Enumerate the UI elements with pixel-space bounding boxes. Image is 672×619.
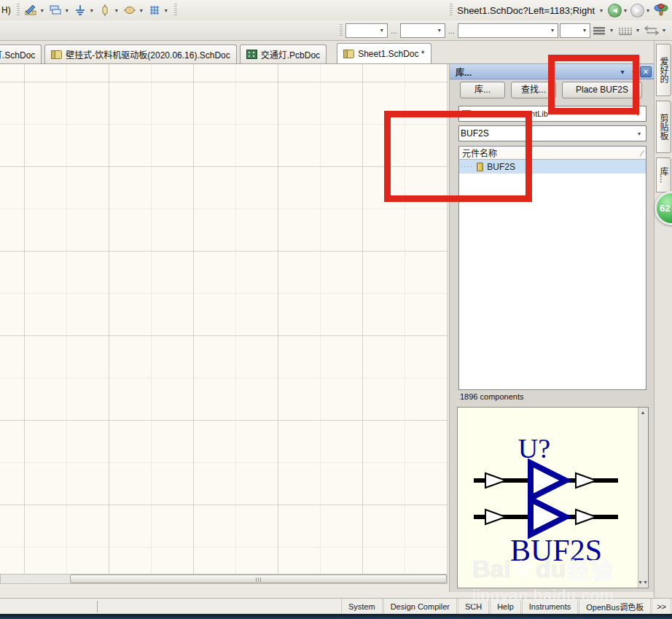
scroll-down-icon[interactable]: ▼▼ <box>638 577 648 588</box>
instruments-panels-button[interactable]: Instruments <box>522 599 578 614</box>
sort-ascending-icon[interactable]: ∕ <box>641 149 643 157</box>
line-width-dropdown[interactable]: ▾ <box>608 27 615 34</box>
combo-dropdown[interactable]: ▾ <box>581 27 588 34</box>
combo-dropdown[interactable]: ▾ <box>378 27 386 34</box>
power-port-button[interactable] <box>72 2 88 18</box>
main-toolbar: H) ▾ ▾ ▾ <box>0 0 672 20</box>
panel-tab-clipboard[interactable]: 剪贴板 <box>656 101 671 153</box>
part-dropdown[interactable]: ▾ <box>113 7 120 14</box>
part-button[interactable] <box>97 2 113 18</box>
right-panel-tab-strip: 爱好的 剪贴板 库... <box>654 41 672 598</box>
preview-part-name: BUF2S <box>483 533 629 568</box>
scrollbar-grip-icon <box>255 577 262 582</box>
address-bar-grip[interactable] <box>450 4 453 17</box>
forward-history-dropdown[interactable]: ▾ <box>644 7 652 14</box>
status-bar: System Design Compiler SCH Help Instrume… <box>0 598 672 614</box>
document-address-value: Sheet1.SchDoc?Left=1183;Right <box>457 5 595 16</box>
tab-jiaotongdeng-schdoc[interactable]: 通灯.SchDoc <box>0 44 42 63</box>
combo-dropdown[interactable]: ▾ <box>436 27 443 34</box>
swap-arrows-icon <box>644 25 659 36</box>
power-port-icon <box>74 4 87 17</box>
style-combo[interactable]: ▾ <box>400 23 445 38</box>
window-bottom-edge <box>0 614 672 619</box>
schematic-canvas[interactable] <box>0 64 448 574</box>
design-compiler-panels-button[interactable]: Design Compiler <box>383 599 457 614</box>
drawing-tools-dropdown[interactable]: ▾ <box>39 7 46 14</box>
system-panels-button[interactable]: System <box>341 599 383 614</box>
more-panels-button[interactable]: >> <box>652 599 671 614</box>
openbus-palette-button[interactable]: OpenBus调色板 <box>579 599 651 614</box>
component-count: 1896 components <box>460 392 523 401</box>
navigate-back-button[interactable]: ◀ <box>608 4 622 17</box>
application-window: H) ▾ ▾ ▾ <box>0 0 672 619</box>
panel-access-buttons: System Design Compiler SCH Help Instrume… <box>341 599 672 614</box>
libraries-button[interactable]: 库... <box>460 82 505 98</box>
tab-label: 壁挂式-饮料机驱动板(2020.06.16).SchDoc <box>66 48 230 61</box>
tab-jiaotongdeng-pcbdoc[interactable]: 交通灯.PcbDoc <box>240 44 327 63</box>
line-width-icon <box>593 26 606 36</box>
address-dropdown[interactable]: ▾ <box>598 7 605 14</box>
grid-icon <box>148 4 161 17</box>
format-toolbar: ▾ ... ▾ ... ▾ ▾ ▾ ▾ <box>0 20 672 41</box>
tab-biguashi-schdoc[interactable]: 壁挂式-饮料机驱动板(2020.06.16).SchDoc <box>44 44 236 63</box>
toolbar-grip[interactable] <box>174 4 177 17</box>
swap-arrows-dropdown[interactable]: ▾ <box>660 27 668 34</box>
wide-combo[interactable]: ▾ <box>458 23 558 38</box>
dxp-home-icon <box>654 3 668 17</box>
annotation-rectangle-place-button <box>548 55 639 114</box>
panel-tab-label: 库... <box>657 167 670 183</box>
scroll-up-icon[interactable]: ▲ <box>638 408 648 418</box>
swap-arrows-button[interactable] <box>643 23 660 38</box>
line-style-icon <box>618 26 633 36</box>
font-size-combo[interactable]: ▾ <box>345 23 388 38</box>
drawing-tools-button[interactable] <box>23 2 39 18</box>
panel-tab-favorites[interactable]: 爱好的 <box>656 44 671 96</box>
grid-dropdown[interactable]: ▾ <box>163 7 170 14</box>
part-icon <box>98 4 112 17</box>
format-toolbar-grip[interactable] <box>340 24 343 37</box>
combo-dropdown[interactable]: ▾ <box>549 27 556 34</box>
line-style-button[interactable] <box>617 23 634 38</box>
preview-designator: U? <box>501 432 567 464</box>
tab-sheet1-schdoc[interactable]: Sheet1.SchDoc * <box>337 43 431 63</box>
help-panels-button[interactable]: Help <box>490 599 521 614</box>
overflow-dots: ... <box>388 26 400 35</box>
panel-tab-label: 剪贴板 <box>657 114 670 140</box>
panel-close-icon[interactable]: ✕ <box>640 66 652 77</box>
statusbar-divider <box>97 601 98 612</box>
toolbar-grip[interactable] <box>17 4 20 17</box>
canvas-horizontal-scrollbar[interactable] <box>0 574 448 584</box>
tab-label: Sheet1.SchDoc * <box>358 49 424 59</box>
small-combo[interactable]: ▾ <box>560 23 590 38</box>
scrollbar-thumb[interactable] <box>70 575 447 583</box>
filter-dropdown[interactable]: ▾ <box>636 131 643 137</box>
dxp-home-button[interactable] <box>653 2 669 18</box>
net-label-icon <box>123 4 136 17</box>
tab-label: 交通灯.PcbDoc <box>261 48 320 61</box>
document-address-combo[interactable]: Sheet1.SchDoc?Left=1183;Right ▾ <box>456 5 608 16</box>
sheet-symbol-dropdown[interactable]: ▾ <box>63 7 71 14</box>
net-label-button[interactable] <box>122 2 138 18</box>
line-width-button[interactable] <box>590 23 608 38</box>
back-history-dropdown[interactable]: ▾ <box>622 7 629 14</box>
tab-label: 通灯.SchDoc <box>0 48 35 61</box>
sch-panels-button[interactable]: SCH <box>458 599 489 614</box>
annotation-rectangle-filter-area <box>384 111 532 202</box>
menu-help-fragment[interactable]: H) <box>0 5 14 15</box>
pcbdoc-icon <box>246 50 257 59</box>
net-label-dropdown[interactable]: ▾ <box>138 7 145 14</box>
panel-tab-libraries[interactable]: 库... <box>656 157 671 192</box>
power-port-dropdown[interactable]: ▾ <box>88 7 95 14</box>
preview-vertical-scrollbar[interactable]: ▲ ▼▼ <box>638 408 648 588</box>
line-style-dropdown[interactable]: ▾ <box>634 27 641 34</box>
sheet-symbol-button[interactable] <box>47 2 63 18</box>
component-preview: U? BUF2S ▲ ▼▼ <box>457 407 649 588</box>
panel-tab-label: 爱好的 <box>657 57 670 83</box>
badge-value: 62 <box>660 203 670 214</box>
navigate-forward-button[interactable]: ▶ <box>630 4 644 17</box>
sheet-symbol-icon <box>49 4 62 17</box>
overflow-dots: ... <box>445 26 458 35</box>
schdoc-icon <box>343 49 354 58</box>
schdoc-icon <box>51 50 62 59</box>
grid-button[interactable] <box>146 2 163 18</box>
